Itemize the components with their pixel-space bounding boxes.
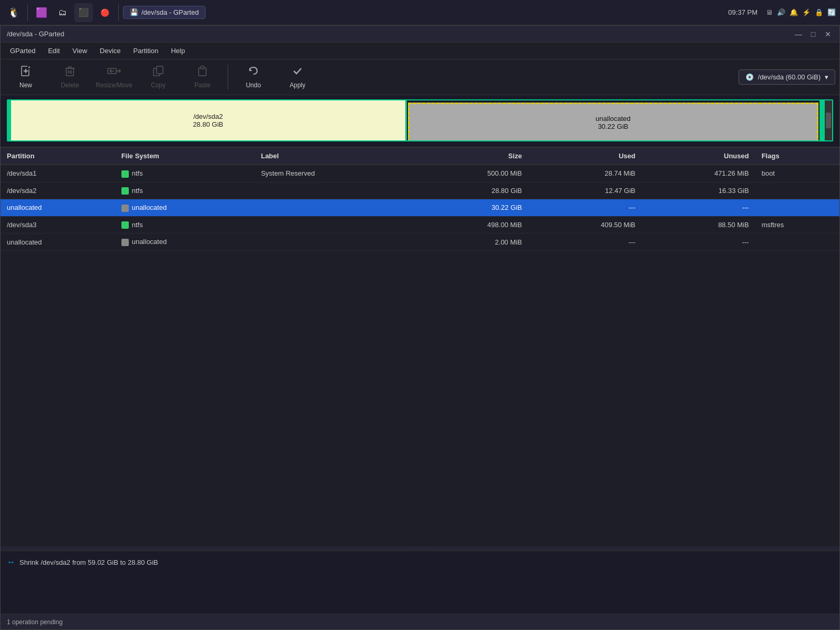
cell-partition: /dev/sda2 bbox=[1, 182, 115, 199]
menu-partition[interactable]: Partition bbox=[128, 45, 164, 57]
panel-splitter[interactable]: · · · bbox=[1, 546, 839, 551]
cell-partition: unallocated bbox=[1, 199, 115, 217]
menu-view[interactable]: View bbox=[67, 45, 93, 57]
cell-used: 409.50 MiB bbox=[528, 216, 642, 233]
notification-icon[interactable]: 🔔 bbox=[790, 8, 798, 16]
fs-color-icon bbox=[121, 221, 129, 229]
partition-table: Partition File System Label Size Used Un… bbox=[1, 148, 839, 546]
sda2-segment[interactable]: /dev/sda2 28.80 GiB bbox=[11, 100, 407, 140]
menu-edit[interactable]: Edit bbox=[43, 45, 65, 57]
status-bar: 1 operation pending bbox=[1, 614, 839, 629]
monitor-icon[interactable]: 🖥 bbox=[766, 8, 773, 16]
cell-used: 12.47 GiB bbox=[528, 182, 642, 199]
taskbar-active-window-label: /dev/sda - GParted bbox=[141, 8, 199, 16]
apply-label: Apply bbox=[290, 82, 305, 89]
table-header-row: Partition File System Label Size Used Un… bbox=[1, 148, 839, 165]
cell-unused: 16.33 GiB bbox=[642, 182, 755, 199]
delete-icon bbox=[64, 65, 76, 79]
cell-size: 2.00 MiB bbox=[415, 233, 528, 251]
menu-device[interactable]: Device bbox=[95, 45, 126, 57]
undo-button[interactable]: Undo bbox=[232, 63, 274, 92]
operations-panel: ↔ Shrink /dev/sda2 from 59.02 GiB to 28.… bbox=[1, 551, 839, 614]
cell-label bbox=[254, 233, 415, 251]
cell-used: --- bbox=[528, 199, 642, 217]
col-filesystem: File System bbox=[115, 148, 255, 165]
taskbar-red-app-icon[interactable]: 🔴 bbox=[95, 3, 114, 22]
taskbar-files-icon[interactable]: 🗂 bbox=[53, 3, 72, 22]
toolbar-separator bbox=[228, 65, 228, 90]
status-text: 1 operation pending bbox=[7, 618, 63, 626]
cell-label bbox=[254, 199, 415, 217]
resize-icon bbox=[107, 65, 121, 79]
refresh-icon[interactable]: 🔄 bbox=[827, 8, 836, 16]
cell-fs: ntfs bbox=[115, 216, 255, 233]
taskbar-gparted-window[interactable]: 💾 /dev/sda - GParted bbox=[123, 6, 206, 19]
delete-button[interactable]: Delete bbox=[49, 63, 91, 92]
device-icon: 💿 bbox=[745, 73, 754, 81]
operation-item: ↔ Shrink /dev/sda2 from 59.02 GiB to 28.… bbox=[7, 555, 833, 569]
cell-flags: boot bbox=[755, 165, 839, 182]
taskbar-gparted-icon: 💾 bbox=[130, 8, 138, 16]
unalloc-label: unallocated bbox=[596, 115, 631, 123]
cell-label: System Reserved bbox=[254, 165, 415, 182]
lock-icon[interactable]: 🔒 bbox=[815, 8, 823, 16]
toolbar: New Delete bbox=[1, 59, 839, 95]
svg-rect-11 bbox=[68, 67, 71, 68]
cell-unused: --- bbox=[642, 233, 755, 251]
copy-icon bbox=[152, 65, 164, 79]
svg-rect-16 bbox=[157, 66, 163, 74]
operation-arrow-icon: ↔ bbox=[7, 557, 15, 567]
taskbar-clock: 09:37 PM bbox=[722, 8, 764, 16]
device-dropdown-arrow: ▾ bbox=[825, 73, 828, 81]
cell-flags bbox=[755, 233, 839, 251]
menu-help[interactable]: Help bbox=[166, 45, 190, 57]
power-icon[interactable]: ⚡ bbox=[802, 8, 811, 16]
cell-size: 30.22 GiB bbox=[415, 199, 528, 217]
operation-text: Shrink /dev/sda2 from 59.02 GiB to 28.80… bbox=[19, 558, 158, 566]
col-partition: Partition bbox=[1, 148, 115, 165]
device-selector[interactable]: 💿 /dev/sda (60.00 GiB) ▾ bbox=[739, 69, 835, 85]
maximize-button[interactable]: □ bbox=[808, 29, 818, 39]
copy-label: Copy bbox=[151, 82, 166, 89]
cell-size: 500.00 MiB bbox=[415, 165, 528, 182]
apply-button[interactable]: Apply bbox=[276, 63, 319, 92]
taskbar: 🐧 🟪 🗂 ⬛ 🔴 💾 /dev/sda - GParted 09:37 PM … bbox=[0, 0, 840, 25]
table-row[interactable]: unallocated unallocated 2.00 MiB --- --- bbox=[1, 233, 839, 251]
table-row[interactable]: unallocated unallocated 30.22 GiB --- --… bbox=[1, 199, 839, 217]
cell-partition: unallocated bbox=[1, 233, 115, 251]
cell-fs: unallocated bbox=[115, 199, 255, 217]
taskbar-logo-icon[interactable]: 🐧 bbox=[4, 3, 23, 22]
taskbar-terminal-icon[interactable]: ⬛ bbox=[74, 3, 93, 22]
scrollbar-thumb[interactable] bbox=[826, 113, 831, 128]
paste-label: Paste bbox=[194, 82, 211, 89]
taskbar-purple-app[interactable]: 🟪 bbox=[32, 3, 51, 22]
cell-fs: ntfs bbox=[115, 182, 255, 199]
paste-icon bbox=[197, 65, 208, 79]
copy-button[interactable]: Copy bbox=[137, 63, 179, 92]
table-row[interactable]: /dev/sda3 ntfs 498.00 MiB 409.50 MiB 88.… bbox=[1, 216, 839, 233]
col-unused: Unused bbox=[642, 148, 755, 165]
table-row[interactable]: /dev/sda1 ntfs System Reserved 500.00 Mi… bbox=[1, 165, 839, 182]
minimize-button[interactable]: — bbox=[793, 29, 804, 39]
systray: 🖥 🔊 🔔 ⚡ 🔒 🔄 bbox=[766, 8, 836, 16]
volume-icon[interactable]: 🔊 bbox=[777, 8, 785, 16]
apply-icon bbox=[292, 65, 303, 79]
new-button[interactable]: New bbox=[5, 63, 47, 92]
unallocated-segment[interactable]: unallocated 30.22 GiB bbox=[408, 103, 818, 141]
table-row[interactable]: /dev/sda2 ntfs 28.80 GiB 12.47 GiB 16.33… bbox=[1, 182, 839, 199]
cell-unused: 88.50 MiB bbox=[642, 216, 755, 233]
paste-button[interactable]: Paste bbox=[181, 63, 223, 92]
col-label: Label bbox=[254, 148, 415, 165]
menu-gparted[interactable]: GParted bbox=[5, 45, 40, 57]
undo-label: Undo bbox=[246, 82, 261, 89]
partition-visual: /dev/sda2 28.80 GiB unallocated 30.22 Gi… bbox=[1, 95, 839, 148]
new-icon bbox=[20, 65, 32, 79]
close-button[interactable]: ✕ bbox=[823, 29, 833, 39]
sda2-label: /dev/sda2 bbox=[193, 113, 223, 120]
cell-partition: /dev/sda1 bbox=[1, 165, 115, 182]
resize-button[interactable]: Resize/Move bbox=[93, 63, 135, 92]
window-controls: — □ ✕ bbox=[793, 29, 833, 39]
cell-used: 28.74 MiB bbox=[528, 165, 642, 182]
undo-icon bbox=[248, 65, 259, 79]
col-used: Used bbox=[528, 148, 642, 165]
